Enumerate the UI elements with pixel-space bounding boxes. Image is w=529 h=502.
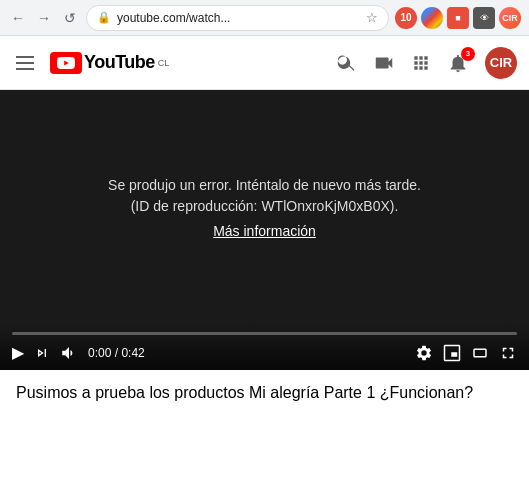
youtube-header: YouTube CL 3 CIR — [0, 36, 529, 90]
youtube-play-icon — [57, 57, 75, 69]
header-actions: 3 CIR — [337, 47, 517, 79]
play-button[interactable]: ▶ — [12, 343, 24, 362]
ext-icon-5[interactable]: CIR — [499, 7, 521, 29]
next-button[interactable] — [34, 345, 50, 361]
search-button[interactable] — [337, 53, 357, 73]
video-player: Se produjo un error. Inténtalo de nuevo … — [0, 90, 529, 370]
video-title: Pusimos a prueba los productos Mi alegrí… — [16, 382, 513, 404]
youtube-logo-text: YouTube — [84, 52, 155, 73]
video-controls: ▶ 0:00 / 0:42 — [0, 324, 529, 370]
notifications-button[interactable]: 3 — [447, 52, 469, 74]
hamburger-menu[interactable] — [12, 52, 38, 74]
error-message: Se produjo un error. Inténtalo de nuevo … — [105, 175, 425, 217]
address-bar[interactable]: 🔒 youtube.com/watch... ☆ — [86, 5, 389, 31]
theater-button[interactable] — [471, 344, 489, 362]
url-text: youtube.com/watch... — [117, 11, 230, 25]
user-avatar[interactable]: CIR — [485, 47, 517, 79]
create-video-button[interactable] — [373, 52, 395, 74]
youtube-logo-sub: CL — [158, 58, 170, 68]
video-info: Pusimos a prueba los productos Mi alegrí… — [0, 370, 529, 416]
youtube-logo-icon — [50, 52, 82, 74]
create-icon — [373, 52, 395, 74]
miniplayer-button[interactable] — [443, 344, 461, 362]
video-error-area: Se produjo un error. Inténtalo de nuevo … — [0, 90, 529, 324]
fullscreen-button[interactable] — [499, 344, 517, 362]
lock-icon: 🔒 — [97, 11, 111, 24]
ext-icon-1[interactable]: 10 — [395, 7, 417, 29]
ext-icon-2[interactable] — [421, 7, 443, 29]
time-display: 0:00 / 0:42 — [88, 346, 145, 360]
controls-row: ▶ 0:00 / 0:42 — [12, 343, 517, 362]
notification-badge: 3 — [461, 47, 475, 61]
back-button[interactable]: ← — [8, 8, 28, 28]
more-info-link[interactable]: Más información — [213, 223, 316, 239]
forward-button[interactable]: → — [34, 8, 54, 28]
reload-button[interactable]: ↺ — [60, 8, 80, 28]
bookmark-icon[interactable]: ☆ — [366, 10, 378, 25]
ext-icon-3[interactable]: ■ — [447, 7, 469, 29]
browser-extensions: 10 ■ 👁 CIR — [395, 7, 521, 29]
settings-button[interactable] — [415, 344, 433, 362]
right-controls — [415, 344, 517, 362]
browser-chrome: ← → ↺ 🔒 youtube.com/watch... ☆ 10 ■ 👁 CI… — [0, 0, 529, 36]
youtube-logo[interactable]: YouTube CL — [50, 52, 169, 74]
apps-icon — [411, 53, 431, 73]
ext-icon-4[interactable]: 👁 — [473, 7, 495, 29]
volume-button[interactable] — [60, 344, 78, 362]
search-icon — [337, 53, 357, 73]
apps-button[interactable] — [411, 53, 431, 73]
progress-bar[interactable] — [12, 332, 517, 335]
